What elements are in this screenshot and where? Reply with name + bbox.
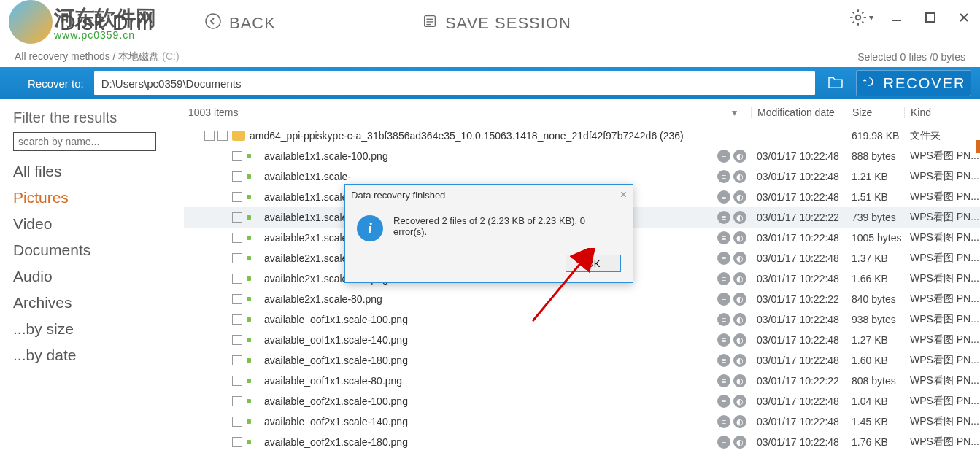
- sidebar-item--by-size[interactable]: ...by size: [13, 316, 171, 342]
- back-label: BACK: [229, 14, 276, 33]
- checkbox[interactable]: [232, 192, 242, 202]
- eye-icon[interactable]: ◐: [733, 150, 746, 163]
- sidebar-item-archives[interactable]: Archives: [13, 290, 171, 316]
- eye-icon[interactable]: ◐: [733, 190, 746, 204]
- preview-icon[interactable]: ≡: [717, 395, 730, 408]
- eye-icon[interactable]: ◐: [733, 211, 746, 224]
- eye-icon[interactable]: ◐: [733, 313, 746, 326]
- checkbox[interactable]: [232, 376, 242, 386]
- checkbox[interactable]: [217, 131, 228, 141]
- checkbox[interactable]: [232, 253, 242, 263]
- sidebar-item-video[interactable]: Video: [13, 211, 171, 237]
- file-date: 03/01/17 10:22:48: [751, 334, 846, 346]
- checkbox[interactable]: [232, 417, 242, 427]
- table-row[interactable]: available_oof2x1.scale-180.png≡◐03/01/17…: [184, 432, 980, 452]
- eye-icon[interactable]: ◐: [733, 333, 746, 347]
- table-row[interactable]: available_oof2x1.scale-100.png≡◐03/01/17…: [184, 391, 980, 411]
- sidebar-item-pictures[interactable]: Pictures: [13, 185, 171, 211]
- preview-icon[interactable]: ≡: [717, 436, 730, 449]
- checkbox[interactable]: [232, 355, 242, 365]
- file-date: 03/01/17 10:22:48: [751, 395, 846, 407]
- checkbox[interactable]: [232, 233, 242, 243]
- table-row[interactable]: available_oof1x1.scale-80.png≡◐03/01/17 …: [184, 371, 980, 391]
- checkbox[interactable]: [232, 335, 242, 345]
- eye-icon[interactable]: ◐: [733, 436, 746, 449]
- search-input[interactable]: [13, 132, 156, 151]
- preview-icon[interactable]: ≡: [717, 252, 730, 265]
- gear-icon[interactable]: ▾: [849, 8, 873, 27]
- sidebar-item-audio[interactable]: Audio: [13, 263, 171, 290]
- close-button[interactable]: [954, 7, 974, 28]
- table-row[interactable]: available_oof1x1.scale-140.png≡◐03/01/17…: [184, 330, 980, 350]
- svg-point-5: [856, 15, 861, 20]
- table-row[interactable]: available1x1.scale-100.png≡◐03/01/17 10:…: [184, 146, 980, 166]
- eye-icon[interactable]: ◐: [733, 272, 746, 285]
- eye-icon[interactable]: ◐: [733, 170, 746, 183]
- file-kind: WPS看图 PN...: [904, 293, 980, 306]
- preview-icon[interactable]: ≡: [717, 333, 730, 347]
- preview-icon[interactable]: ≡: [717, 415, 730, 428]
- sidebar-item-documents[interactable]: Documents: [13, 237, 171, 263]
- table-row[interactable]: available2x1.scale-80.png≡◐03/01/17 10:2…: [184, 289, 980, 309]
- preview-icon[interactable]: ≡: [717, 211, 730, 224]
- file-date: 03/01/17 10:22:48: [751, 436, 846, 448]
- checkbox[interactable]: [232, 437, 242, 447]
- file-kind: WPS看图 PN...: [904, 313, 980, 326]
- checkbox[interactable]: [232, 171, 242, 182]
- eye-icon[interactable]: ◐: [733, 293, 746, 306]
- file-icon: [247, 212, 260, 223]
- checkbox[interactable]: [232, 396, 242, 406]
- col-size[interactable]: Size: [846, 107, 904, 118]
- table-row[interactable]: available_oof1x1.scale-100.png≡◐03/01/17…: [184, 309, 980, 330]
- ok-button[interactable]: OK: [566, 255, 621, 272]
- checkbox[interactable]: [232, 212, 242, 223]
- sidebar-item--by-date[interactable]: ...by date: [13, 342, 171, 368]
- file-icon: [247, 376, 260, 386]
- file-kind: WPS看图 PN...: [904, 211, 980, 224]
- minimize-button[interactable]: [887, 7, 907, 28]
- browse-folder-icon[interactable]: [825, 75, 846, 91]
- folder-row[interactable]: − amd64_ppi-ppiskype-c-a_31bf3856ad364e3…: [184, 125, 980, 146]
- breadcrumb-methods[interactable]: All recovery methods: [15, 50, 110, 62]
- preview-icon[interactable]: ≡: [717, 313, 730, 326]
- breadcrumb-disk[interactable]: 本地磁盘: [118, 50, 159, 62]
- sidebar-item-all-files[interactable]: All files: [13, 158, 171, 185]
- col-date[interactable]: Modification date: [751, 107, 846, 118]
- table-row[interactable]: available_oof2x1.scale-140.png≡◐03/01/17…: [184, 411, 980, 432]
- eye-icon[interactable]: ◐: [733, 354, 746, 367]
- sort-icon[interactable]: ▾: [732, 107, 751, 118]
- checkbox[interactable]: [232, 294, 242, 304]
- checkbox[interactable]: [232, 274, 242, 284]
- eye-icon[interactable]: ◐: [733, 252, 746, 265]
- maximize-button[interactable]: [920, 7, 941, 28]
- preview-icon[interactable]: ≡: [717, 293, 730, 306]
- checkbox[interactable]: [232, 314, 242, 325]
- back-button[interactable]: BACK: [204, 12, 276, 34]
- dialog-close-icon[interactable]: ×: [620, 188, 627, 201]
- recover-path-input[interactable]: [94, 71, 815, 95]
- preview-icon[interactable]: ≡: [717, 190, 730, 204]
- col-kind[interactable]: Kind: [904, 107, 980, 118]
- checkbox[interactable]: [232, 151, 242, 161]
- preview-icon[interactable]: ≡: [717, 374, 730, 387]
- recover-button[interactable]: RECOVER: [856, 70, 971, 96]
- file-size: 1.66 KB: [846, 273, 904, 285]
- preview-icon[interactable]: ≡: [717, 231, 730, 244]
- preview-icon[interactable]: ≡: [717, 150, 730, 163]
- eye-icon[interactable]: ◐: [733, 231, 746, 244]
- eye-icon[interactable]: ◐: [733, 415, 746, 428]
- preview-icon[interactable]: ≡: [717, 272, 730, 285]
- file-kind: WPS看图 PN...: [904, 374, 980, 387]
- collapse-icon[interactable]: −: [204, 131, 215, 141]
- breadcrumb[interactable]: All recovery methods / 本地磁盘 (C:): [15, 50, 180, 63]
- preview-icon[interactable]: ≡: [717, 354, 730, 367]
- eye-icon[interactable]: ◐: [733, 374, 746, 387]
- table-row[interactable]: available_oof1x1.scale-180.png≡◐03/01/17…: [184, 350, 980, 371]
- preview-icon[interactable]: ≡: [717, 170, 730, 183]
- file-kind: WPS看图 PN...: [904, 190, 980, 204]
- file-size: 1005 bytes: [846, 232, 904, 244]
- eye-icon[interactable]: ◐: [733, 395, 746, 408]
- save-session-button[interactable]: SAVE SESSION: [422, 13, 571, 34]
- file-icon: [247, 294, 260, 304]
- file-name: available_oof2x1.scale-100.png: [264, 395, 717, 407]
